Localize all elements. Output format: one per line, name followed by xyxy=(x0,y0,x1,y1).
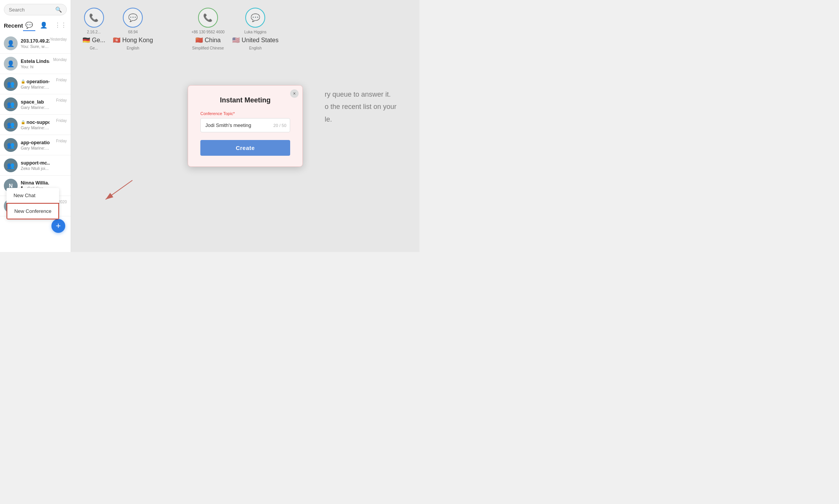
create-meeting-button[interactable]: Create xyxy=(200,140,290,156)
avatar: 👥 xyxy=(4,118,18,132)
fab-button[interactable]: + xyxy=(51,219,65,233)
contact-name: 203.170.49.228 xyxy=(21,38,50,44)
char-count: 20 / 50 xyxy=(273,123,286,128)
contact-name: 🔒operation-ma... xyxy=(21,79,50,84)
contact-preview: Gary Marine: This is a critical problem. xyxy=(21,125,50,130)
contact-time: Friday xyxy=(50,139,67,143)
contact-preview: Gary Marine: No xyxy=(21,85,50,89)
modal-close-button[interactable]: × xyxy=(290,89,299,98)
search-icon: 🔍 xyxy=(55,7,62,13)
search-input[interactable] xyxy=(9,7,55,13)
list-item[interactable]: 👥 support-mc... Zeko Ntuli joi... xyxy=(0,155,71,176)
tab-grid[interactable]: ⋮⋮ xyxy=(52,20,69,31)
new-conference-button[interactable]: New Conference xyxy=(7,203,59,219)
contact-preview: Gary Marine: That is very simple. Lets h… xyxy=(21,105,50,110)
list-item[interactable]: 👥 space_lab Gary Marine: That is very si… xyxy=(0,94,71,115)
contact-info: support-mc... Zeko Ntuli joi... xyxy=(21,160,50,171)
contact-name: app-operation-s... xyxy=(21,140,50,145)
avatar: 👥 xyxy=(4,138,18,152)
sidebar: 🔍 Recent 💬 👤 ⋮⋮ 👤 203.170.49.228 You: Su… xyxy=(0,0,71,252)
contact-preview: Zeko Ntuli joi... xyxy=(21,166,50,171)
modal-overlay: × Instant Meeting Conference Topic* 20 /… xyxy=(71,0,420,252)
recent-tabs: 💬 👤 ⋮⋮ xyxy=(23,20,69,31)
contact-name: space_lab xyxy=(21,99,50,105)
avatar: 👤 xyxy=(4,36,18,50)
tab-chat[interactable]: 💬 xyxy=(23,20,35,31)
topic-input-wrap: 20 / 50 xyxy=(200,118,290,132)
contact-name: 🔒noc-support xyxy=(21,120,50,125)
modal-title: Instant Meeting xyxy=(200,96,290,104)
contact-info: Estela Lindsay You: hi xyxy=(21,59,50,69)
main-area: 📞 2.16.2... 🇩🇪 Ge... Ge... 💬 68.94 🇭🇰 Ho… xyxy=(71,0,420,252)
contact-name: support-mc... xyxy=(21,160,50,166)
contact-time: Friday xyxy=(50,98,67,102)
contact-time: Yesterday xyxy=(50,37,67,41)
avatar: 👤 xyxy=(4,57,18,71)
list-item[interactable]: 👤 203.170.49.228 You: Sure, we have pric… xyxy=(0,33,71,54)
contact-preview: Gary Marine: Okay. Bye xyxy=(21,146,50,150)
list-item[interactable]: 👥 app-operation-s... Gary Marine: Okay. … xyxy=(0,135,71,155)
avatar: 👥 xyxy=(4,158,18,172)
recent-header: Recent 💬 👤 ⋮⋮ xyxy=(0,18,71,31)
contact-preview: You: Sure, we have pricing information .… xyxy=(21,44,50,49)
avatar: 👥 xyxy=(4,77,18,91)
instant-meeting-modal: × Instant Meeting Conference Topic* 20 /… xyxy=(188,85,303,167)
list-item[interactable]: 👥 🔒operation-ma... Gary Marine: No Frida… xyxy=(0,74,71,94)
contact-info: app-operation-s... Gary Marine: Okay. By… xyxy=(21,140,50,150)
recent-title: Recent xyxy=(4,22,23,29)
list-item[interactable]: 👤 Estela Lindsay You: hi Monday xyxy=(0,54,71,74)
search-bar[interactable]: 🔍 xyxy=(4,4,67,15)
contact-info: 203.170.49.228 You: Sure, we have pricin… xyxy=(21,38,50,49)
contact-time: Friday xyxy=(50,78,67,82)
contact-info: space_lab Gary Marine: That is very simp… xyxy=(21,99,50,110)
tab-contacts[interactable]: 👤 xyxy=(38,20,50,31)
contact-info: 🔒noc-support Gary Marine: This is a crit… xyxy=(21,120,50,130)
context-menu: New Chat New Conference xyxy=(7,188,59,219)
new-chat-button[interactable]: New Chat xyxy=(7,188,59,203)
list-item[interactable]: 👥 🔒noc-support Gary Marine: This is a cr… xyxy=(0,115,71,135)
contact-preview: You: hi xyxy=(21,64,50,69)
contact-name: Estela Lindsay xyxy=(21,59,50,64)
contact-info: 🔒operation-ma... Gary Marine: No xyxy=(21,79,50,89)
avatar: 👥 xyxy=(4,97,18,111)
contact-name: Ninna Willia... xyxy=(21,180,50,186)
contact-time: Friday xyxy=(50,119,67,123)
contact-time: Monday xyxy=(50,58,67,62)
conference-topic-label: Conference Topic* xyxy=(200,111,290,116)
